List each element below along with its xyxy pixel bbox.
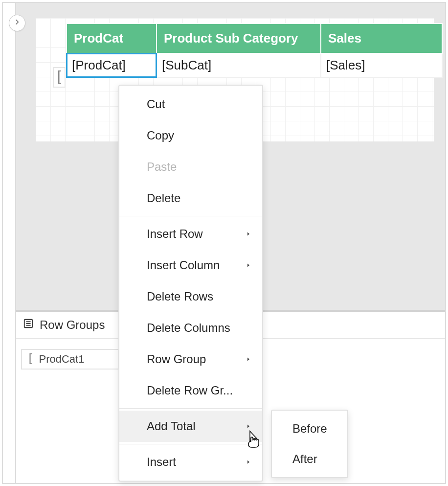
menu-insert[interactable]: Insert xyxy=(119,446,262,478)
menu-insert-row[interactable]: Insert Row xyxy=(119,218,262,250)
chevron-right-icon xyxy=(246,423,251,429)
menu-separator xyxy=(119,408,262,409)
svg-marker-8 xyxy=(247,461,249,464)
column-header-prodcat[interactable]: ProdCat xyxy=(67,23,157,53)
tablix-header-row: ProdCat Product Sub Category Sales xyxy=(67,23,442,53)
menu-row-group[interactable]: Row Group xyxy=(119,344,262,375)
tablix-data-row: [ProdCat] [SubCat] [Sales] xyxy=(67,53,442,77)
menu-paste: Paste xyxy=(119,151,262,183)
menu-insert-column[interactable]: Insert Column xyxy=(119,250,262,281)
row-groups-icon xyxy=(23,318,34,332)
menu-cut[interactable]: Cut xyxy=(119,89,262,120)
menu-separator xyxy=(119,216,262,216)
svg-marker-6 xyxy=(247,358,249,361)
menu-separator xyxy=(119,444,262,444)
submenu-before[interactable]: Before xyxy=(272,414,347,444)
row-groups-title: Row Groups xyxy=(40,318,105,332)
column-header-subcat[interactable]: Product Sub Category xyxy=(157,23,321,53)
bracket-icon: [ xyxy=(55,69,64,84)
add-total-submenu: Before After xyxy=(271,410,348,478)
row-group-handle[interactable]: [ xyxy=(53,67,66,88)
window-frame: [ ProdCat Product Sub Category Sales [Pr… xyxy=(2,2,446,484)
chevron-right-icon xyxy=(246,356,251,362)
svg-marker-5 xyxy=(247,264,249,267)
cell-sales[interactable]: [Sales] xyxy=(321,53,442,77)
menu-copy[interactable]: Copy xyxy=(119,120,262,151)
menu-delete-row-group[interactable]: Delete Row Gr... xyxy=(119,375,262,406)
column-header-sales[interactable]: Sales xyxy=(321,23,442,53)
expand-panel-button[interactable] xyxy=(9,15,25,31)
context-menu: Cut Copy Paste Delete Insert Row Insert … xyxy=(118,85,263,482)
svg-marker-4 xyxy=(247,232,249,236)
screenshot-root: [ ProdCat Product Sub Category Sales [Pr… xyxy=(0,0,448,486)
bracket-icon: [ xyxy=(27,353,34,365)
row-group-item-label: ProdCat1 xyxy=(39,353,84,366)
cell-subcat[interactable]: [SubCat] xyxy=(157,53,321,77)
cell-prodcat[interactable]: [ProdCat] xyxy=(67,53,157,77)
chevron-right-icon xyxy=(246,459,251,465)
row-group-item[interactable]: [ ProdCat1 xyxy=(21,349,119,370)
submenu-after[interactable]: After xyxy=(272,444,347,474)
tablix[interactable]: ProdCat Product Sub Category Sales [Prod… xyxy=(66,23,443,78)
menu-delete[interactable]: Delete xyxy=(119,183,262,214)
chevron-right-icon xyxy=(246,262,251,268)
chevron-right-icon xyxy=(14,19,21,27)
chevron-right-icon xyxy=(246,231,251,237)
menu-delete-columns[interactable]: Delete Columns xyxy=(119,312,262,344)
svg-marker-7 xyxy=(247,425,249,428)
menu-delete-rows[interactable]: Delete Rows xyxy=(119,281,262,312)
menu-add-total[interactable]: Add Total xyxy=(119,411,262,442)
